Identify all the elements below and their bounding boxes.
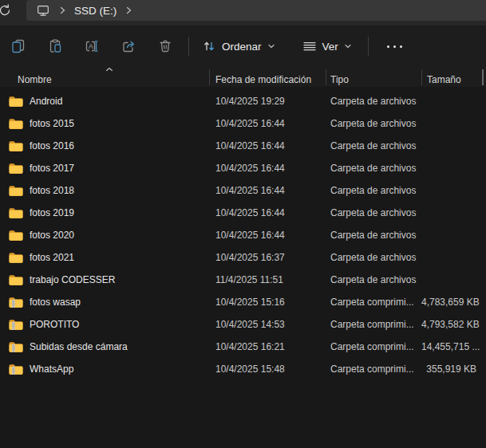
column-header-modified-label: Fecha de modificación (209, 69, 311, 85)
zip-folder-icon (8, 294, 24, 310)
file-row-fotos-2015[interactable]: fotos 2015 10/4/2025 16:44 Carpeta de ar… (0, 112, 486, 135)
cell-modified: 10/4/2025 14:53 (209, 319, 326, 330)
refresh-button[interactable] (0, 2, 14, 19)
cell-modified: 10/4/2025 16:44 (209, 207, 326, 218)
cell-name: fotos 2016 (30, 140, 74, 151)
monitor-icon (36, 3, 50, 18)
cell-size: 4,783,659 KB (421, 297, 482, 308)
folder-icon (8, 250, 24, 265)
folder-icon (8, 205, 24, 221)
column-header-type-label: Tipo (326, 69, 349, 85)
toolbar-divider (188, 37, 189, 56)
folder-icon (8, 272, 24, 288)
view-list-icon (302, 39, 317, 53)
cell-type: Carpeta comprimi... (326, 297, 421, 308)
cell-modified: 10/4/2025 15:16 (209, 297, 326, 308)
cell-name: fotos 2015 (30, 118, 74, 129)
chevron-down-icon (344, 42, 352, 50)
breadcrumb-drive-label: SSD (E:) (74, 5, 117, 17)
cell-name: Subidas desde cámara (30, 341, 128, 352)
share-button[interactable] (110, 32, 147, 61)
folder-icon (8, 93, 24, 109)
share-icon (121, 38, 136, 54)
cell-name: fotos 2018 (30, 185, 74, 196)
cell-name: fotos 2019 (30, 207, 74, 218)
sort-ascending-icon (105, 67, 114, 73)
more-options-button[interactable] (377, 32, 413, 61)
sort-button[interactable]: Ordenar (194, 32, 283, 61)
cell-modified: 10/4/2025 16:21 (209, 341, 326, 352)
nav-controls (0, 0, 26, 21)
cell-type: Carpeta de archivos (326, 185, 421, 196)
scrollbar-thumb[interactable] (482, 67, 486, 87)
paste-button[interactable] (37, 32, 73, 61)
file-row-android[interactable]: Android 10/4/2025 19:29 Carpeta de archi… (0, 90, 486, 112)
copy-button[interactable] (0, 32, 37, 61)
delete-button[interactable] (147, 32, 184, 61)
chevron-down-icon (267, 42, 275, 50)
cell-type: Carpeta comprimi... (326, 364, 421, 375)
cell-name: fotos wasap (30, 297, 81, 308)
file-row-subidas-desde-c-mara[interactable]: Subidas desde cámara 10/4/2025 16:21 Car… (0, 336, 486, 358)
cell-type: Carpeta de archivos (326, 118, 421, 129)
rename-icon: A (84, 38, 100, 54)
copy-icon (10, 38, 26, 54)
sort-icon (202, 39, 216, 53)
view-button[interactable]: Ver (294, 32, 360, 61)
cell-modified: 10/4/2025 16:44 (209, 118, 326, 129)
file-row-trabajo-codesser[interactable]: trabajo CODESSER 11/4/2025 11:51 Carpeta… (0, 269, 486, 291)
view-button-label: Ver (322, 41, 338, 53)
file-row-fotos-2020[interactable]: fotos 2020 10/4/2025 16:44 Carpeta de ar… (0, 224, 486, 246)
cell-type: Carpeta de archivos (326, 274, 421, 285)
cell-type: Carpeta de archivos (326, 230, 421, 241)
ellipsis-icon (387, 45, 402, 48)
rename-button[interactable]: A (73, 32, 110, 61)
folder-icon (8, 116, 24, 132)
cell-name: WhatsApp (30, 364, 73, 375)
folder-icon (8, 160, 24, 176)
cell-modified: 11/4/2025 11:51 (209, 274, 326, 285)
cell-modified: 10/4/2025 16:44 (209, 230, 326, 241)
cell-modified: 10/4/2025 16:44 (209, 185, 326, 196)
file-row-fotos-2017[interactable]: fotos 2017 10/4/2025 16:44 Carpeta de ar… (0, 157, 486, 179)
file-row-porotito[interactable]: POROTITO 10/4/2025 14:53 Carpeta comprim… (0, 313, 486, 336)
cell-size: 4,793,582 KB (421, 319, 482, 330)
cell-modified: 10/4/2025 16:44 (209, 140, 326, 151)
cell-modified: 10/4/2025 19:29 (209, 96, 326, 107)
file-row-whatsapp[interactable]: WhatsApp 10/4/2025 15:48 Carpeta comprim… (0, 358, 486, 380)
cell-modified: 10/4/2025 16:37 (209, 252, 326, 263)
file-list: Android 10/4/2025 19:29 Carpeta de archi… (0, 87, 486, 380)
cell-type: Carpeta comprimi... (326, 341, 421, 352)
address-bar[interactable]: SSD (E:) (26, 0, 486, 21)
file-row-fotos-2016[interactable]: fotos 2016 10/4/2025 16:44 Carpeta de ar… (0, 135, 486, 157)
folder-icon (8, 227, 24, 243)
svg-text:A: A (89, 42, 93, 50)
cell-type: Carpeta comprimi... (326, 319, 421, 330)
command-bar: A (0, 26, 486, 67)
delete-icon (157, 38, 173, 54)
cell-type: Carpeta de archivos (326, 96, 421, 107)
column-header-type[interactable]: Tipo (326, 67, 421, 87)
cell-size: 14,455,715 ... (421, 341, 482, 352)
cell-name: Android (30, 96, 62, 107)
toolbar-divider (368, 37, 369, 56)
column-header-modified[interactable]: Fecha de modificación (209, 67, 326, 87)
refresh-icon (0, 3, 12, 18)
file-explorer-window: SSD (E:) A (0, 0, 486, 448)
column-header-name[interactable]: Nombre (0, 67, 209, 87)
file-row-fotos-2021[interactable]: fotos 2021 10/4/2025 16:37 Carpeta de ar… (0, 246, 486, 269)
zip-folder-icon (8, 361, 24, 377)
breadcrumb-this-pc[interactable] (31, 2, 55, 19)
breadcrumb-drive[interactable]: SSD (E:) (69, 2, 121, 19)
zip-folder-icon (8, 339, 24, 355)
cell-type: Carpeta de archivos (326, 252, 421, 263)
folder-icon (8, 183, 24, 198)
cell-name: fotos 2021 (30, 252, 74, 263)
cell-type: Carpeta de archivos (326, 140, 421, 151)
column-header-row: Nombre Fecha de modificación Tipo Tamaño (0, 67, 486, 87)
column-header-size[interactable]: Tamaño (421, 67, 482, 87)
file-row-fotos-wasap[interactable]: fotos wasap 10/4/2025 15:16 Carpeta comp… (0, 291, 486, 313)
file-row-fotos-2019[interactable]: fotos 2019 10/4/2025 16:44 Carpeta de ar… (0, 202, 486, 224)
folder-icon (8, 138, 24, 154)
file-row-fotos-2018[interactable]: fotos 2018 10/4/2025 16:44 Carpeta de ar… (0, 179, 486, 202)
